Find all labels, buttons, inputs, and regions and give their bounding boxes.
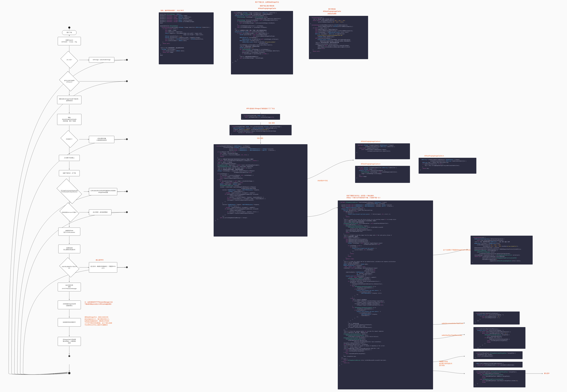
- afn-factory-title: AFN 提供的 UIImage 扩展类提供了工厂方法: [237, 108, 284, 110]
- n5a: 1.取出缓存对象: [97, 138, 106, 139]
- code-factory2: - (void)setImageWithURL:(NSURL *)url pla…: [230, 125, 291, 135]
- fifo-title: 默认是FIFO: [96, 259, 103, 261]
- n14a: 去掉前面MergeTask里: [63, 303, 76, 305]
- code-addimage: - (void)addImage:(UIImage *)image withId…: [231, 11, 293, 74]
- n11b: 防止重复任务进队列: [63, 249, 75, 250]
- code-cache-m2: - (nullable UIImage *)imageWithIdentifie…: [355, 166, 410, 183]
- n13a: start当前任务: [65, 284, 73, 286]
- node-start-task: start当前任务调用AFHTTPSessionManager: [58, 283, 81, 291]
- code-r5: - (void)enqueueMergedTask:(AFImageDownlo…: [473, 370, 525, 387]
- node-create-receipt: 创建下载凭证，去下载: [59, 170, 80, 176]
- code-afcachedimage: @interface AFCachedImage : NSObject @pro…: [159, 12, 214, 64]
- n10a: 创建请求Task: [65, 230, 73, 231]
- code-factory1: - (void)setImageWithURL:(NSURL *)url { […: [241, 114, 280, 120]
- node-register: 注册到总表防止重复任务进队列: [58, 245, 80, 253]
- n1a: 创建Request: [66, 39, 73, 41]
- mem-cache-find: 内存缓存中寻找: [318, 180, 328, 182]
- dec-merged-task: AFImageDownloaderMergedTask中等待目前请求任务是否已存…: [57, 179, 82, 204]
- n16c: 回调: [68, 342, 71, 344]
- flow-end-dot: [68, 372, 71, 374]
- n16b: 复任务取出，并通用统: [63, 340, 76, 342]
- n1b: setHeader 「Accept」 img.: [61, 41, 77, 42]
- node-create-request: 创建RequestsetHeader 「Accept」 img.: [58, 37, 81, 45]
- node-enqueue: 进入队列，根据队列策略执行，可配置FIFOLIFO: [89, 262, 117, 273]
- n4b: sharedImageDownloader: [62, 119, 77, 120]
- n4a: 获取: [68, 117, 71, 118]
- node-remove-mark: 去掉前面MergeTask里注册的标记: [58, 301, 81, 309]
- n11a: 注册到总表: [66, 247, 73, 249]
- merge-2: [126, 80, 128, 82]
- node-cancel-prev: 清除当前UIImageView的下载任务，如果有的话: [57, 96, 81, 104]
- merge-6: [126, 266, 128, 268]
- n4c: 单例对象：图片下载器: [63, 120, 76, 122]
- header-line1: 图片下载之后，会调用addImage方法: [237, 1, 297, 3]
- lbl-r1: safelyDecrementActiveTaskCount: [442, 322, 463, 324]
- initcache-title1: 图片缓存器: [315, 8, 349, 10]
- n12a: 进入队列，根据队列策略执行，可配置FIFO: [90, 266, 116, 267]
- node-placeholder: self.image = placeholderImage: [89, 57, 114, 63]
- header-line3: AFAutoPurgingImageCache: [237, 8, 297, 10]
- call-label-2: 实际 调用: [257, 137, 263, 139]
- note-urlcache: 注：这里调用AFHTTPSessionManager之后下载成功哦会自动加入UR…: [85, 301, 122, 305]
- lbl-default4: 默认是4: [544, 372, 549, 374]
- node-set-placeholder: 占位图片先设置上: [59, 155, 80, 161]
- code-r2: - (void)safelyStartNextTaskIfNecessary {…: [473, 327, 525, 349]
- node-cache-hit: 1.取出缓存对象2.更新缓存的时间: [89, 136, 114, 143]
- n14b: 注册的标记: [66, 305, 73, 306]
- n13c: AFHTTPSessionManager: [62, 288, 77, 289]
- node-shared-downloader: 获取sharedImageDownloader单例对象：图片下载器: [57, 114, 81, 125]
- cache-class-label-3: AFAutoPurgingImageCache.m: [424, 155, 444, 157]
- node-dispatch-main: dis主线程，成功返回数据: [89, 210, 111, 215]
- afcache-hdr: 首先：被AF缓存的图片，长这个样子: [160, 10, 184, 12]
- lbl-r2: safelyStartNextTaskIfNecessary: [442, 334, 462, 336]
- cache-class-label-2: AFAutoPurgingImageCache.m: [361, 163, 380, 165]
- n10b: 基于AFURLSession: [63, 232, 75, 233]
- merge-final: [68, 355, 70, 357]
- node-append-handlers: 记录当前任务以及成功和失败的block回调到 mergedTask里面: [89, 188, 117, 195]
- code-setimagewithurlrequest: - (void)setImageWithURLRequest:(NSURLReq…: [214, 144, 307, 237]
- header-line2: 查看下核心图片缓存类: [237, 5, 297, 7]
- merge-5: [126, 211, 128, 213]
- dec-url-nil: URL 为空?: [60, 51, 78, 69]
- dec-mem-cache: 内存缓存中?: [60, 130, 78, 148]
- merge-1: [126, 59, 128, 61]
- n16a: 对MergeTask中所有重: [63, 339, 76, 340]
- dec-same-request: 是否正在进行的相同urlRequest?: [59, 71, 79, 91]
- code-download-big: - (nullable AFImageDownloadReceipt *)dow…: [338, 200, 433, 389]
- merge-4: [126, 190, 128, 192]
- cache-class-label-top: AFAutoPurgingImageCache.m: [361, 140, 380, 142]
- node-callback-all: 对MergeTask中所有重复任务取出，并通用统回调: [58, 337, 81, 346]
- initcache-title2: AFAutoPurgingImageCache: [315, 10, 349, 12]
- code-cache-m3: - (NSString *)imageCacheKeyFromURLReques…: [419, 158, 476, 174]
- code-downloader-init: - (instancetype)init { NSURLSessionConfi…: [471, 236, 533, 265]
- node-create-task: 创建请求Task基于AFURLSession: [58, 228, 80, 236]
- code-cache-m1: - (nullable UIImage *)imageForRequest:(N…: [355, 143, 410, 159]
- flow-start: 图片下载: [62, 30, 76, 35]
- code-r3: - (void)startMergedTask:(AFImageDownload…: [473, 351, 523, 359]
- n5b: 2.更新缓存的时间: [97, 140, 107, 141]
- code-initcache: - (instancetype)init { "cmt">// 默认是 100M…: [309, 16, 368, 59]
- n12b: LIFO: [102, 267, 104, 269]
- dec-max-concurrent: 当前任务总数是否大于最大并发?: [59, 257, 79, 278]
- note-addimage: 调用addImage方法，便将之前登记到 新总容量的总大小。最大缓存优先大小。 …: [85, 316, 124, 326]
- download-title: 实际下载图片的方法：这里是一个整合操作来保证一个图片在不同的地方下载：只需要下载…: [347, 195, 410, 199]
- node-add-memcache: 添加缓存到内存缓存中: [58, 318, 81, 326]
- flow-start-dot: [68, 27, 70, 28]
- n13b: 调用: [68, 286, 71, 288]
- dec-urlcache: 有响应缓存BrlCache不缓存?: [59, 202, 79, 222]
- right-imagecache-note: 这个当前图片下载器的ImageCache 是右边这个: [443, 249, 473, 251]
- merge-3: [126, 138, 128, 140]
- call-label-1: 实际 调用: [268, 122, 275, 124]
- code-r1: - (void)safelyDecrementActiveTaskCount {…: [473, 311, 520, 324]
- code-r4: - (BOOL)isActiveRequestCountBelowMaximum…: [473, 362, 523, 367]
- lbl-r3: 判断最大并发超过最大请求进队列进行排队: [439, 361, 464, 366]
- initcache-title3: 的初始化逻辑: [315, 13, 349, 15]
